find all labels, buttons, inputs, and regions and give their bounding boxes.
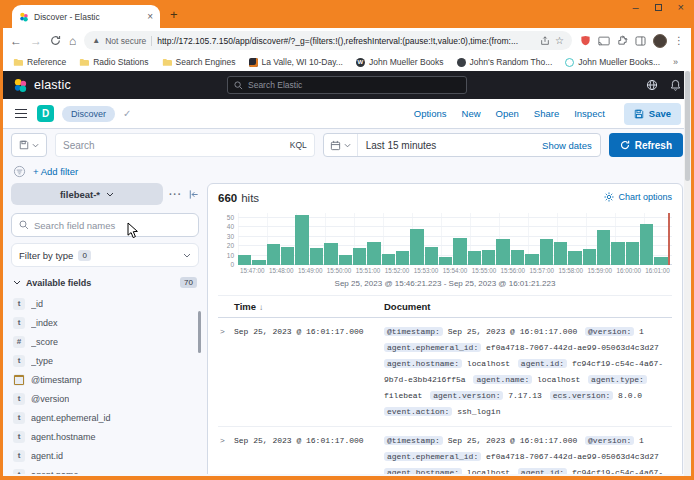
histogram-bar[interactable] — [396, 251, 409, 265]
histogram-bar[interactable] — [367, 242, 380, 265]
histogram-bar[interactable] — [597, 230, 610, 265]
new-tab-button[interactable]: + — [170, 8, 178, 21]
kql-language-button[interactable]: KQL — [290, 140, 307, 150]
options-button[interactable]: Options — [414, 108, 447, 119]
bookmark-star-icon[interactable]: ☆ — [555, 36, 564, 46]
field-item[interactable]: tagent.ephemeral_id — [13, 408, 197, 427]
time-range-value[interactable]: Last 15 minutes — [358, 140, 437, 151]
histogram-bar[interactable] — [525, 254, 538, 265]
field-search-input[interactable]: Search field names — [11, 213, 199, 237]
save-button[interactable]: Save — [624, 103, 681, 125]
bookmark-item[interactable]: La Valle, WI 10-Day... — [249, 57, 343, 67]
field-item[interactable]: tagent.name — [13, 465, 197, 474]
index-pattern-select[interactable]: filebeat-* — [11, 183, 163, 205]
histogram-bar[interactable] — [568, 251, 581, 265]
expand-row-button[interactable]: > — [218, 324, 234, 420]
address-bar[interactable]: ▲ Not secure http://172.105.7.150/app/di… — [84, 31, 572, 50]
bookmark-folder[interactable]: Search Engines — [162, 57, 236, 67]
histogram-bar[interactable] — [267, 244, 280, 265]
browser-tab[interactable]: Discover - Elastic × — [12, 5, 160, 28]
index-options-icon[interactable]: ··· — [169, 189, 182, 200]
global-search-input[interactable]: Search Elastic — [227, 76, 467, 94]
add-filter-button[interactable]: + Add filter — [33, 166, 78, 177]
profile-avatar[interactable] — [653, 34, 667, 48]
histogram-bar[interactable] — [439, 257, 452, 265]
histogram-bar[interactable] — [410, 229, 423, 265]
field-item[interactable]: t@version — [13, 389, 197, 408]
globe-icon[interactable] — [646, 79, 658, 91]
bookmark-item[interactable]: John's Random Tho... — [457, 57, 553, 67]
histogram-bar[interactable] — [554, 242, 567, 265]
scrollbar-thumb[interactable] — [685, 71, 690, 181]
histogram-bar[interactable] — [339, 255, 352, 265]
histogram-bar[interactable] — [281, 247, 294, 265]
histogram-bar[interactable] — [453, 238, 466, 265]
show-dates-button[interactable]: Show dates — [542, 140, 600, 151]
field-item[interactable]: t_index — [13, 313, 197, 332]
home-button[interactable]: ⌂ — [69, 35, 76, 47]
histogram-bar[interactable] — [626, 242, 639, 265]
alerts-bell-icon[interactable] — [670, 79, 681, 91]
new-button[interactable]: New — [462, 108, 481, 119]
histogram-bar[interactable] — [511, 250, 524, 265]
filter-icon[interactable] — [13, 165, 26, 178]
histogram-bar[interactable] — [540, 239, 553, 265]
field-item[interactable]: tagent.id — [13, 446, 197, 465]
expand-row-button[interactable]: > — [218, 433, 234, 474]
adblock-shield-icon[interactable] — [580, 35, 591, 46]
breadcrumb[interactable]: Discover — [62, 106, 115, 122]
histogram-bar[interactable] — [425, 247, 438, 265]
field-item[interactable]: t_id — [13, 294, 197, 313]
reload-button[interactable] — [50, 35, 61, 46]
sort-descending-icon[interactable]: ↓ — [259, 303, 263, 312]
bookmarks-overflow-chevron[interactable]: » — [673, 57, 678, 67]
extensions-puzzle-icon[interactable] — [617, 35, 628, 46]
space-avatar[interactable]: D — [37, 105, 54, 122]
histogram-bar[interactable] — [295, 215, 308, 265]
close-button[interactable]: × — [678, 2, 684, 13]
cast-icon[interactable] — [598, 36, 610, 46]
histogram-bar[interactable] — [583, 249, 596, 265]
menu-hamburger-icon[interactable] — [13, 107, 29, 121]
histogram-bar[interactable] — [310, 248, 323, 265]
available-fields-header[interactable]: Available fields 70 — [11, 277, 199, 288]
time-column-header[interactable]: Time↓ — [234, 301, 384, 312]
field-item[interactable]: tagent.hostname — [13, 427, 197, 446]
sidebar-scrollbar[interactable] — [198, 311, 201, 353]
bookmark-item[interactable]: WJohn Mueller Books — [356, 57, 444, 67]
histogram-bar[interactable] — [654, 257, 667, 265]
open-button[interactable]: Open — [496, 108, 519, 119]
bookmark-folder[interactable]: Radio Stations — [79, 57, 148, 67]
field-item[interactable]: @timestamp — [13, 370, 197, 389]
page-scrollbar[interactable] — [684, 71, 691, 476]
share-icon[interactable] — [540, 36, 550, 46]
histogram-bar[interactable] — [482, 250, 495, 265]
collapse-sidebar-icon[interactable] — [188, 189, 199, 200]
minimize-button[interactable]: – — [632, 2, 638, 13]
field-item[interactable]: #_score — [13, 332, 197, 351]
search-input[interactable]: Search KQL — [55, 133, 315, 157]
browser-menu-icon[interactable]: ⋮ — [674, 35, 684, 46]
back-button[interactable]: ← — [10, 35, 22, 47]
saved-query-button[interactable] — [11, 133, 47, 157]
histogram-bar[interactable] — [468, 251, 481, 265]
tab-close-icon[interactable]: × — [147, 11, 153, 22]
elastic-logo[interactable] — [13, 78, 28, 93]
share-button[interactable]: Share — [534, 108, 559, 119]
histogram-bar[interactable] — [611, 242, 624, 265]
histogram-bar[interactable] — [382, 254, 395, 265]
chart-options-button[interactable]: Chart options — [604, 192, 672, 202]
forward-button[interactable]: → — [30, 35, 42, 47]
histogram-bar[interactable] — [496, 239, 509, 265]
histogram-bar[interactable] — [252, 260, 265, 265]
histogram-bar[interactable] — [324, 243, 337, 265]
calendar-button[interactable] — [324, 134, 358, 156]
histogram-bar[interactable] — [238, 255, 251, 265]
side-panel-icon[interactable] — [635, 36, 646, 46]
bookmark-item[interactable]: John Mueller Books... — [565, 57, 660, 67]
filter-by-type-button[interactable]: Filter by type 0 — [11, 243, 199, 267]
refresh-button[interactable]: Refresh — [609, 133, 683, 157]
inspect-button[interactable]: Inspect — [574, 108, 605, 119]
histogram-bar[interactable] — [640, 224, 653, 265]
field-item[interactable]: t_type — [13, 351, 197, 370]
